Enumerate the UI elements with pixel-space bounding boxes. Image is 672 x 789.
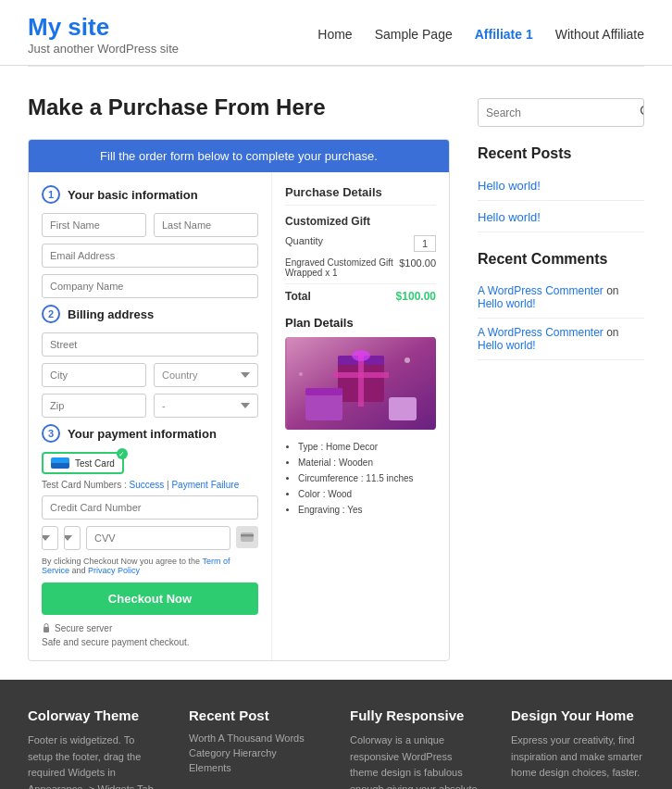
spec-engraving: Engraving : Yes: [298, 502, 436, 518]
footer-widgets: Colorway Theme Footer is widgetized. To …: [28, 708, 644, 789]
zip-input[interactable]: [42, 394, 146, 418]
street-row: [42, 332, 258, 357]
svg-rect-11: [389, 397, 417, 420]
footer-widget-2: Fully Responsive Colorway is a unique re…: [350, 708, 483, 789]
month-select[interactable]: Month: [42, 526, 58, 550]
section1-number: 1: [42, 185, 60, 204]
form-section: 1 Your basic information: [29, 172, 272, 660]
footer-post-link-2[interactable]: Elements: [189, 762, 322, 773]
spec-material: Material : Wooden: [298, 455, 436, 470]
svg-rect-1: [241, 534, 254, 537]
test-card-numbers: Test Card Numbers : Success | Payment Fa…: [42, 480, 258, 490]
section2-number: 2: [42, 305, 60, 323]
company-row: [42, 274, 258, 298]
comment-1: A WordPress Commenter on Hello world!: [478, 319, 644, 360]
country-select[interactable]: Country: [154, 363, 258, 387]
card-stripe-icon: [51, 457, 69, 469]
total-label: Total: [285, 290, 311, 303]
qty-label: Quantity: [285, 235, 323, 252]
street-input[interactable]: [42, 332, 258, 357]
year-select[interactable]: Year: [64, 526, 81, 550]
credit-card-input[interactable]: [42, 495, 258, 520]
card-label: Test Card: [75, 458, 115, 469]
email-input[interactable]: [42, 244, 258, 268]
checkout-terms: By clicking Checkout Now you agree to th…: [42, 557, 258, 575]
footer-widget-title-1: Recent Post: [189, 708, 322, 723]
cvv-input[interactable]: [86, 526, 230, 550]
search-button[interactable]: [632, 99, 644, 126]
svg-rect-0: [241, 532, 254, 542]
section2-title: Billing address: [68, 307, 154, 321]
section3-number: 3: [42, 424, 60, 443]
privacy-link[interactable]: Privacy Policy: [88, 566, 140, 575]
post-link-0[interactable]: Hello world!: [478, 171, 644, 201]
failure-link[interactable]: Payment Failure: [171, 480, 239, 490]
checkout-button[interactable]: Checkout Now: [42, 582, 258, 615]
nav-home[interactable]: Home: [317, 27, 352, 42]
footer-widget-title-0: Colorway Theme: [28, 708, 161, 723]
payment-icon-row: Test Card ✓: [42, 452, 258, 474]
svg-rect-7: [333, 372, 389, 378]
first-name-input[interactable]: [42, 213, 146, 237]
comment-on-0: on: [606, 284, 618, 297]
name-row: [42, 213, 258, 237]
site-title[interactable]: My site: [28, 13, 109, 41]
recent-posts-section: Recent Posts Hello world! Hello world!: [478, 145, 644, 232]
total-row: Total $100.00: [285, 283, 436, 303]
site-branding: My site Just another WordPress site: [28, 13, 179, 56]
footer-widget-3: Design Your Home Express your creativity…: [511, 708, 644, 789]
section2-header: 2 Billing address: [42, 305, 258, 323]
footer-widget-1: Recent Post Worth A Thousand Words Categ…: [189, 708, 322, 789]
nav-sample-page[interactable]: Sample Page: [375, 27, 453, 42]
qty-value: 1: [414, 235, 436, 252]
svg-point-14: [641, 106, 645, 115]
footer-post-link-0[interactable]: Worth A Thousand Words: [189, 733, 322, 744]
purchase-card: Fill the order form below to complete yo…: [28, 139, 450, 661]
company-input[interactable]: [42, 274, 258, 298]
footer-widget-0: Colorway Theme Footer is widgetized. To …: [28, 708, 161, 789]
details-section: Purchase Details Customized Gift Quantit…: [272, 172, 449, 660]
state-select[interactable]: -: [154, 394, 258, 418]
last-name-input[interactable]: [154, 213, 258, 237]
svg-point-12: [404, 357, 410, 363]
nav-affiliate1[interactable]: Affiliate 1: [475, 27, 533, 42]
site-footer: Colorway Theme Footer is widgetized. To …: [0, 680, 672, 789]
nav-without-affiliate[interactable]: Without Affiliate: [555, 27, 644, 42]
spec-circumference: Circumference : 11.5 inches: [298, 470, 436, 486]
search-box: [478, 98, 644, 127]
section3-title: Your payment information: [68, 427, 217, 441]
secure-label: Secure server: [55, 623, 112, 633]
commenter-link-1[interactable]: A WordPress Commenter: [478, 326, 604, 339]
product-image: [285, 337, 436, 430]
svg-point-8: [352, 350, 370, 361]
plan-label: Plan Details: [285, 316, 436, 330]
right-sidebar: Recent Posts Hello world! Hello world! R…: [478, 94, 644, 661]
gift-label: Customized Gift: [285, 215, 436, 228]
main-content: Make a Purchase From Here Fill the order…: [0, 67, 672, 680]
spec-type: Type : Home Decor: [298, 439, 436, 455]
secure-subtext: Safe and secure payment checkout.: [42, 637, 258, 647]
post-link-1[interactable]: Hello world!: [478, 203, 644, 232]
engraved-row: Engraved Customized Gift Wrapped x 1 $10…: [285, 257, 436, 278]
search-input[interactable]: [479, 100, 632, 126]
site-tagline: Just another WordPress site: [28, 42, 179, 56]
product-specs: Type : Home Decor Material : Wooden Circ…: [285, 439, 436, 518]
comment-post-link-0[interactable]: Hello world!: [478, 297, 536, 310]
city-country-row: Country: [42, 363, 258, 387]
engraved-label: Engraved Customized Gift Wrapped x 1: [285, 257, 399, 278]
footer-post-link-1[interactable]: Category Hierarchy: [189, 747, 322, 758]
test-card-icon: Test Card ✓: [42, 452, 124, 474]
check-badge-icon: ✓: [117, 448, 128, 459]
footer-widget-title-3: Design Your Home: [511, 708, 644, 723]
section1-header: 1 Your basic information: [42, 185, 258, 204]
comment-0: A WordPress Commenter on Hello world!: [478, 277, 644, 319]
commenter-link-0[interactable]: A WordPress Commenter: [478, 284, 604, 297]
comment-post-link-1[interactable]: Hello world!: [478, 339, 536, 352]
svg-point-13: [299, 372, 303, 376]
city-input[interactable]: [42, 363, 146, 387]
success-link[interactable]: Success: [129, 480, 164, 490]
svg-rect-2: [44, 627, 49, 632]
section3-header: 3 Your payment information: [42, 424, 258, 443]
qty-row: Quantity 1: [285, 235, 436, 252]
secure-row: Secure server: [42, 622, 258, 633]
